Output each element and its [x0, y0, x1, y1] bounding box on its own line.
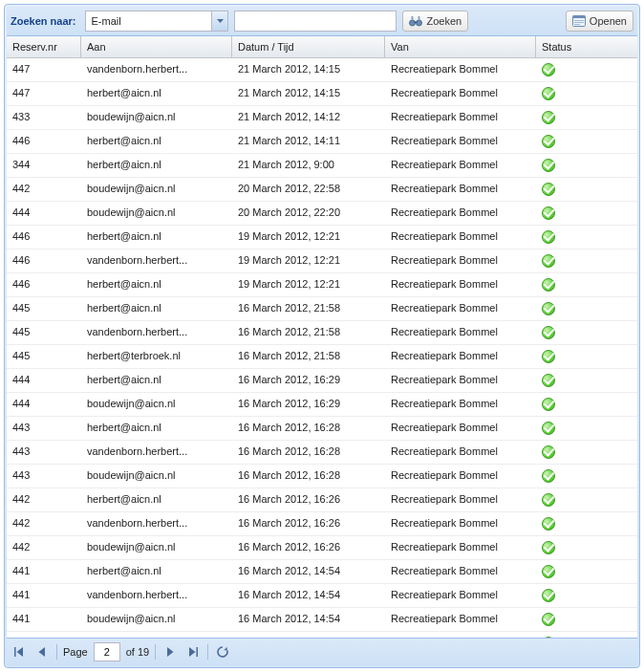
table-row[interactable]: 442boudewijn@aicn.nl20 March 2012, 22:58… — [7, 178, 637, 202]
cell-aan: herbert@aicn.nl — [81, 273, 232, 296]
table-row[interactable]: 447vandenborn.herbert...21 March 2012, 1… — [7, 58, 637, 82]
cell-van: Recreatiepark Bommel — [385, 345, 536, 368]
column-headers: Reserv.nr Aan Datum / Tijd Van Status — [7, 36, 637, 58]
table-row[interactable]: 446herbert@aicn.nl19 March 2012, 12:21Re… — [7, 273, 637, 297]
search-field-combo[interactable]: E-mail — [85, 11, 228, 32]
cell-van: Recreatiepark Bommel — [385, 297, 536, 320]
last-page-button[interactable] — [184, 643, 202, 661]
cell-status — [536, 345, 612, 368]
cell-status — [536, 178, 612, 201]
cell-reserv: 443 — [7, 441, 81, 464]
table-row[interactable]: 442vandenborn.herbert...16 March 2012, 1… — [7, 512, 637, 536]
table-row[interactable]: 441vandenborn.herbert...16 March 2012, 1… — [7, 584, 637, 608]
cell-datum: 21 March 2012, 14:12 — [232, 106, 385, 129]
table-row[interactable]: 443boudewijn@aicn.nl16 March 2012, 16:28… — [7, 465, 637, 488]
table-row[interactable]: 441herbert@aicn.nl16 March 2012, 14:54Re… — [7, 560, 637, 584]
cell-van: Recreatiepark Bommel — [385, 226, 536, 249]
table-row[interactable]: 444boudewijn@aicn.nl16 March 2012, 16:29… — [7, 393, 637, 417]
cell-status — [536, 297, 612, 320]
table-row[interactable]: 447herbert@aicn.nl21 March 2012, 14:15Re… — [7, 82, 637, 106]
cell-reserv: 442 — [7, 512, 81, 535]
search-label: Zoeken naar: — [11, 15, 75, 27]
table-row[interactable]: 446vandenborn.herbert...19 March 2012, 1… — [7, 249, 637, 273]
cell-reserv: 442 — [7, 536, 81, 559]
refresh-button[interactable] — [214, 643, 231, 661]
cell-datum: 16 March 2012, 16:29 — [232, 393, 385, 416]
status-ok-icon — [542, 135, 555, 148]
status-ok-icon — [542, 87, 555, 100]
status-ok-icon — [542, 541, 555, 554]
cell-datum: 16 March 2012, 16:26 — [232, 512, 385, 535]
table-row[interactable]: 446herbert@aicn.nl21 March 2012, 14:11Re… — [7, 130, 637, 154]
open-button[interactable]: Openen — [566, 11, 633, 32]
cell-status — [536, 369, 612, 392]
cell-datum: 21 March 2012, 14:15 — [232, 82, 385, 105]
cell-aan: herbert@aicn.nl — [81, 369, 232, 392]
table-row[interactable]: 442herbert@aicn.nl16 March 2012, 16:26Re… — [7, 488, 637, 512]
page-number-input[interactable] — [94, 642, 120, 661]
table-row[interactable]: 444boudewijn@aicn.nl20 March 2012, 22:20… — [7, 202, 637, 226]
status-ok-icon — [542, 326, 555, 339]
cell-reserv: 442 — [7, 178, 81, 201]
search-button[interactable]: Zoeken — [402, 11, 468, 32]
col-header-reserv[interactable]: Reserv.nr — [7, 36, 81, 57]
cell-van: Recreatiepark Bommel — [385, 536, 536, 559]
table-row[interactable]: 433boudewijn@aicn.nl21 March 2012, 14:12… — [7, 106, 637, 130]
cell-datum: 16 March 2012, 16:29 — [232, 369, 385, 392]
col-header-datum[interactable]: Datum / Tijd — [232, 36, 385, 57]
cell-reserv: 446 — [7, 273, 81, 296]
chevron-down-icon[interactable] — [211, 11, 227, 31]
cell-van: Recreatiepark Bommel — [385, 584, 536, 607]
cell-van: Recreatiepark Bommel — [385, 441, 536, 464]
next-page-button[interactable] — [161, 643, 179, 661]
cell-reserv: 441 — [7, 608, 81, 631]
cell-datum: 20 March 2012, 22:58 — [232, 178, 385, 201]
grid-body[interactable]: 447vandenborn.herbert...21 March 2012, 1… — [7, 58, 637, 638]
prev-page-button[interactable] — [33, 643, 51, 661]
paging-toolbar: Page of 19 — [7, 638, 637, 665]
cell-aan: boudewijn@aicn.nl — [81, 608, 232, 631]
cell-van: Recreatiepark Bommel — [385, 130, 536, 153]
table-row[interactable]: 445vandenborn.herbert...16 March 2012, 2… — [7, 321, 637, 345]
svg-rect-11 — [197, 647, 199, 657]
first-page-button[interactable] — [11, 643, 28, 661]
svg-rect-7 — [574, 20, 584, 21]
cell-status — [536, 58, 612, 81]
table-row[interactable]: 443herbert@aicn.nl16 March 2012, 16:28Re… — [7, 417, 637, 441]
status-ok-icon — [542, 589, 555, 602]
cell-status — [536, 584, 612, 607]
col-header-status[interactable]: Status — [536, 36, 612, 57]
grid-panel: Zoeken naar: E-mail Zoeken — [4, 4, 640, 668]
cell-reserv: 445 — [7, 321, 81, 344]
col-header-van[interactable]: Van — [385, 36, 536, 57]
table-row[interactable]: 443vandenborn.herbert...16 March 2012, 1… — [7, 441, 637, 465]
status-ok-icon — [542, 445, 555, 459]
cell-van: Recreatiepark Bommel — [385, 82, 536, 105]
cell-datum: 16 March 2012, 21:58 — [232, 321, 385, 344]
status-ok-icon — [542, 350, 555, 363]
svg-rect-3 — [419, 16, 420, 20]
table-row[interactable]: 445herbert@terbroek.nl16 March 2012, 21:… — [7, 345, 637, 369]
cell-status — [536, 441, 612, 464]
cell-aan: herbert@aicn.nl — [81, 130, 232, 153]
col-header-aan[interactable]: Aan — [81, 36, 232, 57]
search-text-input[interactable] — [234, 11, 397, 32]
table-row[interactable]: 442boudewijn@aicn.nl16 March 2012, 16:26… — [7, 536, 637, 560]
cell-datum: 16 March 2012, 14:54 — [232, 560, 385, 583]
cell-aan: vandenborn.herbert... — [81, 441, 232, 464]
table-row[interactable]: 444herbert@aicn.nl16 March 2012, 16:29Re… — [7, 369, 637, 393]
cell-status — [536, 106, 612, 129]
cell-reserv: 442 — [7, 488, 81, 511]
table-row[interactable]: 441boudewijn@aicn.nl16 March 2012, 14:54… — [7, 608, 637, 632]
cell-status — [536, 82, 612, 105]
table-row[interactable]: 344herbert@aicn.nl21 March 2012, 9:00Rec… — [7, 154, 637, 178]
svg-rect-2 — [412, 16, 414, 20]
cell-van: Recreatiepark Bommel — [385, 488, 536, 511]
cell-datum: 19 March 2012, 12:21 — [232, 273, 385, 296]
cell-reserv: 447 — [7, 82, 81, 105]
cell-aan: boudewijn@aicn.nl — [81, 393, 232, 416]
cell-status — [536, 226, 612, 249]
table-row[interactable]: 446herbert@aicn.nl19 March 2012, 12:21Re… — [7, 226, 637, 249]
cell-reserv: 444 — [7, 369, 81, 392]
table-row[interactable]: 445herbert@aicn.nl16 March 2012, 21:58Re… — [7, 297, 637, 321]
